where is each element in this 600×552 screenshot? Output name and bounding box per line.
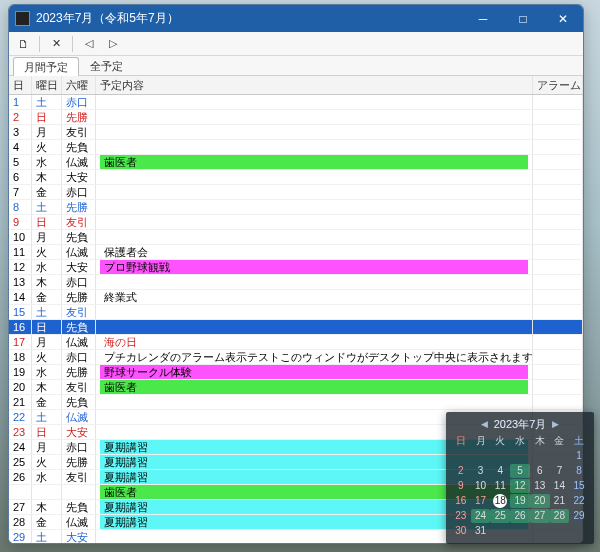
mini-day[interactable]	[490, 524, 510, 538]
cell-yobi[interactable]: 木	[31, 170, 61, 185]
cell-yobi[interactable]: 金	[31, 185, 61, 200]
cell-yobi[interactable]: 木	[31, 275, 61, 290]
cell-yobi[interactable]: 月	[31, 335, 61, 350]
cell-rokuyo[interactable]: 先負	[61, 500, 95, 515]
mini-day[interactable]	[530, 524, 550, 538]
cell-day[interactable]: 4	[9, 140, 31, 155]
cell-day[interactable]: 28	[9, 515, 31, 530]
cell-yobi[interactable]: 月	[31, 125, 61, 140]
cell-alarm[interactable]	[533, 350, 583, 365]
cell-detail[interactable]: 歯医者	[95, 155, 533, 170]
mini-day[interactable]: 6	[530, 464, 550, 478]
mini-day[interactable]: 30	[451, 524, 471, 538]
mini-day[interactable]: 25	[490, 509, 510, 523]
cell-alarm[interactable]	[533, 125, 583, 140]
cell-detail[interactable]: プチカレンダのアラーム表示テストこのウィンドウがデスクトップ中央に表示されます。…	[95, 350, 533, 365]
cell-rokuyo[interactable]: 先勝	[61, 455, 95, 470]
mini-day[interactable]	[550, 524, 570, 538]
cell-yobi[interactable]: 月	[31, 230, 61, 245]
mini-day[interactable]: 27	[530, 509, 550, 523]
table-row[interactable]: 11火仏滅保護者会	[9, 245, 583, 260]
cell-detail[interactable]	[95, 125, 533, 140]
cell-day[interactable]: 13	[9, 275, 31, 290]
event-item[interactable]: 海の日	[100, 335, 529, 349]
mini-day[interactable]	[530, 449, 550, 463]
cell-alarm[interactable]	[533, 320, 583, 335]
cell-yobi[interactable]: 土	[31, 95, 61, 110]
cell-rokuyo[interactable]: 友引	[61, 380, 95, 395]
cell-day[interactable]: 15	[9, 305, 31, 320]
mini-day[interactable]: 24	[471, 509, 491, 523]
cell-rokuyo[interactable]: 先勝	[61, 365, 95, 380]
cell-day[interactable]: 23	[9, 425, 31, 440]
table-row[interactable]: 7金赤口	[9, 185, 583, 200]
mini-day[interactable]: 19	[510, 494, 530, 508]
cell-alarm[interactable]	[533, 230, 583, 245]
col-roku[interactable]: 六曜	[61, 76, 95, 95]
cell-alarm[interactable]	[533, 365, 583, 380]
mini-day[interactable]	[569, 524, 589, 538]
mini-day[interactable]: 8	[569, 464, 589, 478]
mini-day[interactable]: 2	[451, 464, 471, 478]
cell-yobi[interactable]: 月	[31, 440, 61, 455]
cell-day[interactable]: 12	[9, 260, 31, 275]
cell-rokuyo[interactable]: 先負	[61, 395, 95, 410]
cell-yobi[interactable]: 水	[31, 155, 61, 170]
table-row[interactable]: 4火先負	[9, 140, 583, 155]
cell-rokuyo[interactable]: 先負	[61, 320, 95, 335]
col-detail[interactable]: 予定内容	[95, 76, 533, 95]
col-alarm[interactable]: アラーム	[533, 76, 583, 95]
event-item[interactable]: プチカレンダのアラーム表示テストこのウィンドウがデスクトップ中央に表示されます。…	[100, 350, 529, 364]
table-row[interactable]: 3月友引	[9, 125, 583, 140]
table-row[interactable]: 6木大安	[9, 170, 583, 185]
cell-yobi[interactable]: 金	[31, 395, 61, 410]
cell-yobi[interactable]: 水	[31, 260, 61, 275]
cell-day[interactable]: 11	[9, 245, 31, 260]
mini-day[interactable]: 4	[490, 464, 510, 478]
cell-alarm[interactable]	[533, 395, 583, 410]
cell-alarm[interactable]	[533, 275, 583, 290]
mini-day[interactable]: 9	[451, 479, 471, 493]
mini-day[interactable]: 14	[550, 479, 570, 493]
cell-yobi[interactable]: 火	[31, 140, 61, 155]
mini-day[interactable]: 10	[471, 479, 491, 493]
cell-alarm[interactable]	[533, 140, 583, 155]
mini-day[interactable]: 20	[530, 494, 550, 508]
event-item[interactable]: 野球サークル体験	[100, 365, 529, 379]
cell-rokuyo[interactable]: 友引	[61, 125, 95, 140]
cell-alarm[interactable]	[533, 380, 583, 395]
cell-detail[interactable]	[95, 200, 533, 215]
cell-rokuyo[interactable]: 先勝	[61, 290, 95, 305]
mini-calendar[interactable]: ◀ 2023年7月 ▶ 日月火水木金土123456789101112131415…	[446, 412, 594, 544]
table-row[interactable]: 12水大安プロ野球観戦	[9, 260, 583, 275]
mini-day[interactable]: 29	[569, 509, 589, 523]
cell-detail[interactable]: 野球サークル体験	[95, 365, 533, 380]
cell-yobi[interactable]: 日	[31, 110, 61, 125]
mini-day[interactable]: 13	[530, 479, 550, 493]
mini-day[interactable]	[490, 449, 510, 463]
mini-day[interactable]	[471, 449, 491, 463]
mini-day[interactable]	[510, 524, 530, 538]
mini-day[interactable]	[510, 449, 530, 463]
cell-alarm[interactable]	[533, 245, 583, 260]
mini-day[interactable]: 1	[569, 449, 589, 463]
cell-yobi[interactable]: 火	[31, 455, 61, 470]
cell-detail[interactable]: 終業式	[95, 290, 533, 305]
cell-detail[interactable]	[95, 215, 533, 230]
col-day[interactable]: 日	[9, 76, 31, 95]
cell-yobi[interactable]: 金	[31, 290, 61, 305]
cell-rokuyo[interactable]: 友引	[61, 470, 95, 485]
event-item[interactable]: プロ野球観戦	[100, 260, 529, 274]
cell-detail[interactable]	[95, 185, 533, 200]
cell-rokuyo[interactable]: 先勝	[61, 110, 95, 125]
mini-day[interactable]: 7	[550, 464, 570, 478]
cell-rokuyo[interactable]	[61, 485, 95, 500]
cell-day[interactable]: 18	[9, 350, 31, 365]
table-row[interactable]: 17月仏滅海の日	[9, 335, 583, 350]
cell-detail[interactable]	[95, 305, 533, 320]
mini-day[interactable]: 28	[550, 509, 570, 523]
mini-day[interactable]: 17	[471, 494, 491, 508]
mini-next-icon[interactable]: ▶	[552, 419, 559, 429]
cell-rokuyo[interactable]: 大安	[61, 530, 95, 544]
delete-button[interactable]: ✕	[46, 34, 66, 54]
